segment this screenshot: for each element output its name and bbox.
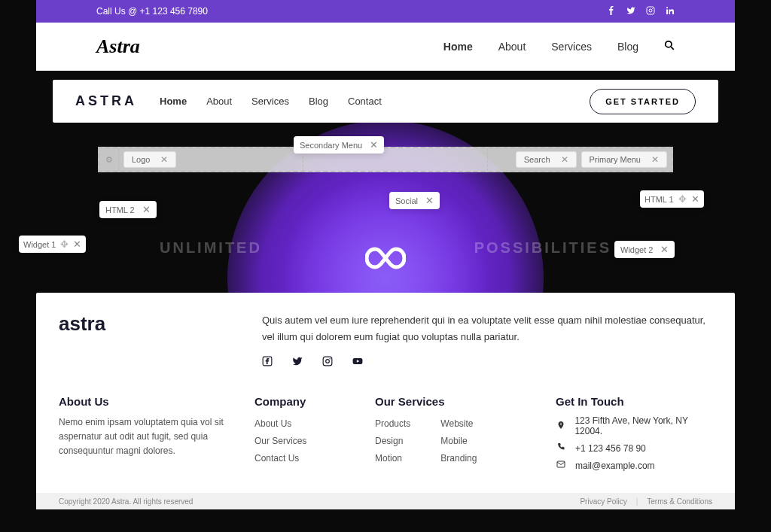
token-label: Search [524,155,550,164]
secondary-menu: Home About Services Blog Contact [160,96,382,107]
tagline-left: UNLIMITED [160,239,262,257]
service-link[interactable]: Mobile [440,433,477,450]
close-icon[interactable]: ✕ [160,154,168,165]
close-icon[interactable]: ✕ [561,154,568,165]
service-link[interactable]: Products [375,415,410,433]
svg-point-10 [330,358,331,359]
chip-social[interactable]: Social ✕ [389,192,440,209]
primary-nav: Astra Home About Services Blog [36,23,735,71]
touch-address: 123 Fifth Ave, New York, NY 12004. [574,415,712,436]
copyright: Copyright 2020 Astra. All rights reserve… [59,497,193,506]
chip-widget1[interactable]: Widget 1 ✥ ✕ [19,236,86,253]
site-logo[interactable]: Astra [96,35,140,58]
close-icon[interactable]: ✕ [370,139,378,150]
touch-email: mail@example.com [575,461,655,471]
token-label: Logo [132,155,150,164]
service-link[interactable]: Design [375,433,410,450]
footer-intro: Quis autem vel eum iure reprehenderit qu… [262,312,712,345]
company-link[interactable]: Contact Us [254,450,360,467]
terms-link[interactable]: Terms & Conditions [647,497,712,506]
instagram-icon[interactable] [646,6,655,17]
editor-layout-bar[interactable]: ⚙ Logo ✕ Search ✕ Primary Menu ✕ [98,147,673,172]
nav2-contact[interactable]: Contact [348,96,382,107]
token-search[interactable]: Search ✕ [516,151,577,168]
close-icon[interactable]: ✕ [142,204,151,215]
svg-point-1 [649,9,652,12]
svg-line-6 [671,47,674,50]
close-icon[interactable]: ✕ [651,154,659,165]
infinity-icon [365,241,406,277]
top-bar: Call Us @ +1 123 456 7890 [36,0,735,23]
service-link[interactable]: Branding [440,450,477,467]
services-heading: Our Services [375,395,541,408]
search-icon[interactable] [664,39,675,54]
footer-col-about: About Us Nemo enim ipsam voluptatem quia… [59,395,239,477]
chip-label: Widget 2 [620,245,653,254]
service-link[interactable]: Motion [375,450,410,467]
twitter-icon[interactable] [626,6,635,17]
secondary-logo[interactable]: ASTRA [75,93,137,109]
footer-social [262,356,712,369]
privacy-link[interactable]: Privacy Policy [580,497,626,506]
topbar-social [607,6,675,17]
company-heading: Company [254,395,360,408]
editor-slot-left[interactable]: Logo ✕ [119,148,303,171]
token-label: Primary Menu [590,155,641,164]
close-icon[interactable]: ✕ [691,193,699,205]
token-primary-menu[interactable]: Primary Menu ✕ [581,151,667,168]
nav2-about[interactable]: About [206,96,232,107]
svg-point-4 [666,7,668,8]
touch-heading: Get In Touch [556,395,712,408]
about-heading: About Us [59,395,239,408]
linkedin-icon[interactable] [666,6,675,17]
close-icon[interactable]: ✕ [73,239,81,250]
footer-col-company: Company About Us Our Services Contact Us [254,395,360,477]
instagram-icon[interactable] [322,356,333,369]
drag-icon[interactable]: ✥ [678,193,687,205]
chip-label: Secondary Menu [300,141,362,150]
svg-rect-8 [323,357,332,366]
chip-widget2[interactable]: Widget 2 ✕ [614,241,675,258]
close-icon[interactable]: ✕ [660,244,669,255]
chip-label: HTML 1 [645,195,674,204]
twitter-icon[interactable] [292,356,303,369]
map-pin-icon [556,421,565,432]
gear-icon[interactable]: ⚙ [99,148,119,171]
svg-point-5 [666,41,672,47]
nav-about[interactable]: About [498,41,526,53]
footer: astra Quis autem vel eum iure reprehende… [36,293,735,495]
phone-label: Call Us @ +1 123 456 7890 [96,6,208,17]
service-link[interactable]: Website [440,415,477,433]
nav2-home[interactable]: Home [160,96,187,107]
separator: | [636,497,638,506]
editor-slot-right[interactable]: Search ✕ Primary Menu ✕ [488,148,672,171]
svg-point-2 [652,8,653,8]
nav-home[interactable]: Home [443,41,473,53]
svg-rect-0 [647,7,654,14]
company-link[interactable]: About Us [254,415,360,433]
footer-col-services: Our Services Products Design Motion Webs… [375,395,541,477]
chip-secondary-menu[interactable]: Secondary Menu ✕ [294,136,384,154]
chip-html2[interactable]: HTML 2 ✕ [99,201,157,218]
drag-icon[interactable]: ✥ [60,239,69,250]
about-text: Nemo enim ipsam voluptatem quia vol sit … [59,415,239,459]
nav2-blog[interactable]: Blog [309,96,328,107]
phone-icon [556,442,566,454]
nav-services[interactable]: Services [551,41,592,53]
get-started-button[interactable]: GET STARTED [590,89,696,114]
primary-menu: Home About Services Blog [443,39,675,54]
nav2-services[interactable]: Services [251,96,289,107]
chip-label: Widget 1 [23,240,56,249]
footer-logo: astra [59,312,239,369]
facebook-icon[interactable] [607,6,616,17]
close-icon[interactable]: ✕ [425,195,434,206]
chip-html1[interactable]: HTML 1 ✥ ✕ [640,190,704,208]
company-link[interactable]: Our Services [254,433,360,450]
footer-col-touch: Get In Touch 123 Fifth Ave, New York, NY… [556,395,712,477]
youtube-icon[interactable] [352,356,363,369]
touch-phone: +1 123 456 78 90 [575,443,646,454]
nav-blog[interactable]: Blog [617,41,638,53]
chip-label: Social [395,196,418,205]
facebook-icon[interactable] [262,356,273,369]
token-logo[interactable]: Logo ✕ [123,151,176,168]
